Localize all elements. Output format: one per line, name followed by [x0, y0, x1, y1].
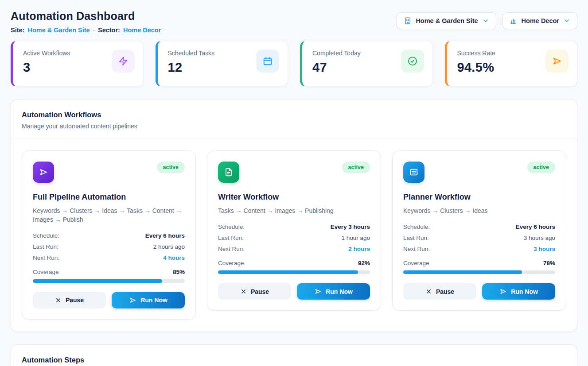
workflow-card-top: active — [403, 162, 555, 183]
sector-link[interactable]: Home Decor — [123, 27, 161, 34]
schedule-row: Schedule: Every 6 hours — [403, 223, 555, 230]
coverage-progress-track — [33, 279, 185, 283]
chevron-down-icon — [482, 17, 489, 24]
coverage-block: Coverage 78% — [403, 260, 555, 274]
coverage-block: Coverage 85% — [33, 269, 185, 283]
schedule-value: Every 6 hours — [516, 223, 555, 230]
workflows-panel-body: active Full Pipeline Automation Keywords… — [11, 139, 577, 331]
pause-button-label: Pause — [436, 288, 454, 295]
site-link[interactable]: Home & Garden Site — [27, 27, 90, 34]
workflow-card-planner: active Planner Workflow Keywords → Clust… — [392, 150, 566, 311]
next-run-label: Next Run: — [218, 246, 245, 252]
check-circle-icon — [401, 50, 424, 73]
last-run-label: Last Run: — [403, 235, 429, 241]
workflow-actions: Pause Run Now — [218, 283, 370, 300]
run-now-button-label: Run Now — [140, 297, 167, 304]
pause-button[interactable]: Pause — [403, 283, 476, 300]
calendar-icon — [256, 50, 279, 73]
run-now-button[interactable]: Run Now — [112, 292, 185, 308]
automation-dashboard-page: Automation Dashboard Site: Home & Garden… — [0, 0, 588, 366]
workflow-description: Keywords → Clusters → Ideas — [403, 206, 555, 216]
workflow-description: Tasks → Content → Images → Publishing — [218, 206, 370, 216]
pause-button-label: Pause — [66, 297, 84, 304]
lightning-icon — [112, 50, 135, 73]
site-selector-label: Home & Garden Site — [416, 17, 478, 24]
stat-card-active-workflows: Active Workflows 3 — [11, 41, 144, 87]
workflow-actions: Pause Run Now — [403, 283, 555, 300]
pause-button[interactable]: Pause — [218, 283, 291, 300]
coverage-row: Coverage 92% — [218, 260, 370, 266]
chevron-down-icon — [563, 17, 570, 24]
workflows-panel-header: Automation Workflows Manage your automat… — [11, 100, 577, 139]
document-icon — [218, 162, 239, 183]
breadcrumb: Site: Home & Garden Site · Sector: Home … — [11, 27, 161, 34]
next-run-value: 2 hours — [348, 246, 370, 252]
workflow-card-top: active — [33, 162, 185, 183]
automation-workflows-panel: Automation Workflows Manage your automat… — [11, 99, 577, 332]
status-badge: active — [342, 162, 370, 173]
last-run-value: 1 hour ago — [341, 235, 370, 241]
next-run-label: Next Run: — [33, 254, 59, 261]
workflow-details: Schedule: Every 6 hours Last Run: 2 hour… — [33, 232, 185, 261]
x-icon — [425, 288, 432, 295]
status-badge: active — [527, 162, 555, 173]
schedule-row: Schedule: Every 3 hours — [218, 223, 370, 230]
automation-steps-panel: Automation Steps Configure which steps a… — [11, 344, 577, 366]
stats-row: Active Workflows 3 Scheduled Tasks 12 Co… — [11, 41, 577, 87]
coverage-progress-track — [218, 270, 370, 274]
stat-card-completed-today: Completed Today 47 — [300, 41, 433, 87]
send-icon — [33, 162, 54, 183]
next-run-value: 4 hours — [163, 254, 185, 261]
coverage-row: Coverage 85% — [33, 269, 185, 275]
note-icon — [403, 162, 424, 183]
pause-button[interactable]: Pause — [33, 292, 106, 308]
header-left: Automation Dashboard Site: Home & Garden… — [11, 10, 161, 34]
coverage-progress-fill — [33, 279, 162, 283]
topbar: Automation Dashboard Site: Home & Garden… — [11, 10, 577, 34]
next-run-row: Next Run: 2 hours — [218, 246, 370, 252]
workflow-title: Planner Workflow — [403, 193, 555, 202]
workflow-card-writer: active Writer Workflow Tasks → Content →… — [207, 150, 381, 311]
sector-selector-dropdown[interactable]: Home Decor — [502, 12, 577, 29]
steps-panel-header: Automation Steps Configure which steps a… — [11, 345, 577, 366]
workflow-title: Writer Workflow — [218, 193, 370, 202]
schedule-value: Every 3 hours — [331, 223, 370, 230]
coverage-value: 78% — [543, 260, 555, 266]
run-now-button-label: Run Now — [326, 288, 353, 295]
x-icon — [55, 297, 62, 304]
coverage-progress-track — [403, 270, 555, 274]
schedule-value: Every 6 hours — [145, 232, 185, 239]
sector-selector-label: Home Decor — [522, 17, 559, 24]
send-icon — [545, 50, 569, 73]
send-icon — [314, 288, 322, 295]
run-now-button[interactable]: Run Now — [482, 283, 555, 300]
coverage-label: Coverage — [218, 260, 244, 266]
sector-label: Sector: — [98, 27, 120, 34]
x-icon — [240, 288, 247, 295]
coverage-progress-fill — [218, 270, 358, 274]
header-selectors: Home & Garden Site Home Decor — [397, 12, 577, 29]
site-selector-dropdown[interactable]: Home & Garden Site — [397, 12, 496, 29]
schedule-label: Schedule: — [403, 223, 430, 230]
workflow-title: Full Pipeline Automation — [33, 193, 185, 202]
schedule-label: Schedule: — [33, 232, 59, 239]
workflow-details: Schedule: Every 6 hours Last Run: 3 hour… — [403, 223, 555, 252]
status-badge: active — [157, 162, 185, 173]
workflow-details: Schedule: Every 3 hours Last Run: 1 hour… — [218, 223, 370, 252]
coverage-value: 85% — [173, 269, 185, 275]
run-now-button[interactable]: Run Now — [297, 283, 370, 300]
coverage-row: Coverage 78% — [403, 260, 555, 266]
schedule-row: Schedule: Every 6 hours — [33, 232, 185, 239]
last-run-label: Last Run: — [218, 235, 244, 241]
stat-card-scheduled-tasks: Scheduled Tasks 12 — [156, 41, 288, 87]
send-icon — [129, 297, 136, 304]
last-run-row: Last Run: 1 hour ago — [218, 235, 370, 241]
building-icon — [404, 17, 412, 25]
coverage-progress-fill — [403, 270, 522, 274]
pause-button-label: Pause — [251, 288, 269, 295]
separator-dot: · — [93, 27, 95, 34]
site-label: Site: — [11, 27, 24, 34]
workflow-description: Keywords → Clusters → Ideas → Tasks → Co… — [33, 206, 185, 224]
workflow-card-top: active — [218, 162, 370, 183]
workflow-grid: active Full Pipeline Automation Keywords… — [22, 150, 566, 320]
